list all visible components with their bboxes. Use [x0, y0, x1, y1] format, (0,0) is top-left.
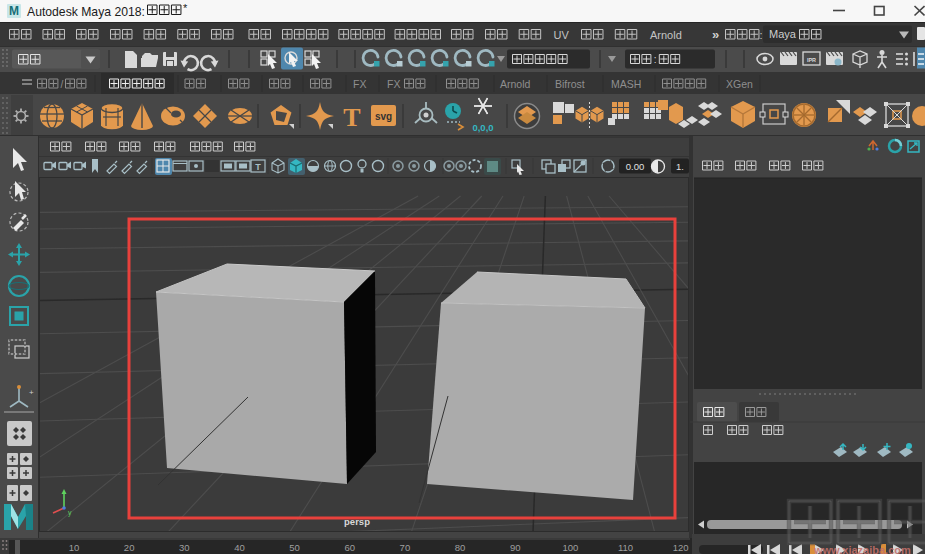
- svg-text:80: 80: [455, 542, 466, 553]
- svg-text:persp: persp: [344, 516, 370, 527]
- svg-text:Bifrost: Bifrost: [555, 78, 585, 90]
- svg-text:M: M: [9, 4, 19, 18]
- svg-text:100: 100: [562, 542, 578, 553]
- svg-text:www.xiazaiba.com: www.xiazaiba.com: [813, 544, 911, 554]
- svg-text:y: y: [68, 509, 72, 517]
- svg-text:0,0,0: 0,0,0: [472, 122, 493, 133]
- svg-text:110: 110: [618, 542, 633, 553]
- svg-text:»: »: [712, 27, 719, 42]
- svg-text:120: 120: [673, 542, 689, 553]
- svg-text:70: 70: [400, 542, 411, 553]
- svg-text:IPR: IPR: [807, 57, 816, 63]
- svg-text:30: 30: [179, 542, 190, 553]
- svg-text:T: T: [343, 103, 360, 132]
- svg-text:Arnold: Arnold: [500, 78, 531, 90]
- svg-text:1.: 1.: [676, 161, 684, 172]
- svg-text:/: /: [61, 79, 64, 90]
- svg-text:MASH: MASH: [611, 78, 641, 90]
- svg-text:svg: svg: [375, 111, 392, 122]
- svg-text:Autodesk Maya 2018:: Autodesk Maya 2018:: [27, 5, 145, 19]
- svg-text:XGen: XGen: [726, 78, 753, 90]
- svg-text:0.00: 0.00: [626, 161, 645, 172]
- svg-text:90: 90: [510, 542, 521, 553]
- svg-text:20: 20: [124, 542, 135, 553]
- svg-text:*: *: [183, 2, 188, 14]
- svg-text:FX: FX: [353, 78, 366, 90]
- svg-text::: :: [760, 29, 763, 41]
- svg-text:Maya: Maya: [769, 28, 797, 40]
- svg-text:10: 10: [69, 542, 80, 553]
- svg-text:FX: FX: [387, 78, 400, 90]
- svg-text:Arnold: Arnold: [650, 29, 682, 41]
- svg-text:40: 40: [234, 542, 245, 553]
- svg-text:T: T: [255, 162, 261, 172]
- svg-text:50: 50: [289, 542, 300, 553]
- svg-text:UV: UV: [554, 29, 570, 41]
- svg-text:+: +: [29, 388, 34, 397]
- svg-text:60: 60: [344, 542, 355, 553]
- svg-text::: :: [654, 54, 657, 65]
